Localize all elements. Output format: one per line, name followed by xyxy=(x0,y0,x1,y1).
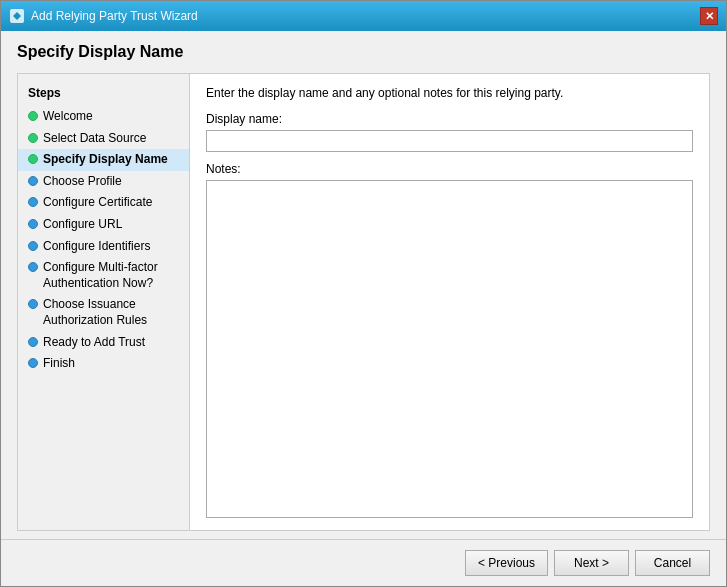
step-dot-choose-profile xyxy=(28,176,38,186)
display-name-group: Display name: xyxy=(206,112,693,152)
sidebar-item-label-configure-certificate: Configure Certificate xyxy=(43,195,152,211)
sidebar-item-label-configure-identifiers: Configure Identifiers xyxy=(43,239,150,255)
sidebar-item-select-data-source[interactable]: Select Data Source xyxy=(18,128,189,150)
footer: < Previous Next > Cancel xyxy=(1,539,726,586)
step-dot-select-data-source xyxy=(28,133,38,143)
sidebar-item-ready-to-add[interactable]: Ready to Add Trust xyxy=(18,332,189,354)
next-button[interactable]: Next > xyxy=(554,550,629,576)
content-area: Specify Display Name Steps WelcomeSelect… xyxy=(1,31,726,539)
sidebar-item-label-choose-profile: Choose Profile xyxy=(43,174,122,190)
sidebar-item-choose-profile[interactable]: Choose Profile xyxy=(18,171,189,193)
sidebar-item-finish[interactable]: Finish xyxy=(18,353,189,375)
step-dot-configure-certificate xyxy=(28,197,38,207)
right-panel: Enter the display name and any optional … xyxy=(189,73,710,531)
display-name-input[interactable] xyxy=(206,130,693,152)
sidebar-item-configure-certificate[interactable]: Configure Certificate xyxy=(18,192,189,214)
step-dot-configure-url xyxy=(28,219,38,229)
wizard-window: Add Relying Party Trust Wizard ✕ Specify… xyxy=(0,0,727,587)
sidebar-item-label-select-data-source: Select Data Source xyxy=(43,131,146,147)
previous-button[interactable]: < Previous xyxy=(465,550,548,576)
step-dot-specify-display-name xyxy=(28,154,38,164)
sidebar-item-welcome[interactable]: Welcome xyxy=(18,106,189,128)
title-bar-left: Add Relying Party Trust Wizard xyxy=(9,8,198,24)
step-dot-welcome xyxy=(28,111,38,121)
step-dot-choose-issuance xyxy=(28,299,38,309)
sidebar-item-configure-url[interactable]: Configure URL xyxy=(18,214,189,236)
sidebar: Steps WelcomeSelect Data SourceSpecify D… xyxy=(17,73,189,531)
sidebar-item-specify-display-name[interactable]: Specify Display Name xyxy=(18,149,189,171)
sidebar-title: Steps xyxy=(18,82,189,106)
window-title: Add Relying Party Trust Wizard xyxy=(31,9,198,23)
sidebar-item-configure-identifiers[interactable]: Configure Identifiers xyxy=(18,236,189,258)
cancel-button[interactable]: Cancel xyxy=(635,550,710,576)
sidebar-item-label-specify-display-name: Specify Display Name xyxy=(43,152,168,168)
notes-group: Notes: xyxy=(206,162,693,518)
step-dot-ready-to-add xyxy=(28,337,38,347)
step-dot-configure-identifiers xyxy=(28,241,38,251)
step-dot-finish xyxy=(28,358,38,368)
sidebar-item-label-finish: Finish xyxy=(43,356,75,372)
instruction-text: Enter the display name and any optional … xyxy=(206,86,693,100)
main-layout: Steps WelcomeSelect Data SourceSpecify D… xyxy=(17,73,710,531)
sidebar-item-configure-multifactor[interactable]: Configure Multi-factor Authentication No… xyxy=(18,257,189,294)
sidebar-item-label-welcome: Welcome xyxy=(43,109,93,125)
step-dot-configure-multifactor xyxy=(28,262,38,272)
sidebar-item-label-ready-to-add: Ready to Add Trust xyxy=(43,335,145,351)
title-bar: Add Relying Party Trust Wizard ✕ xyxy=(1,1,726,31)
notes-textarea[interactable] xyxy=(206,180,693,518)
sidebar-item-label-configure-url: Configure URL xyxy=(43,217,122,233)
sidebar-item-label-choose-issuance: Choose Issuance Authorization Rules xyxy=(43,297,179,328)
page-title: Specify Display Name xyxy=(17,43,710,61)
sidebar-item-label-configure-multifactor: Configure Multi-factor Authentication No… xyxy=(43,260,179,291)
close-button[interactable]: ✕ xyxy=(700,7,718,25)
notes-label: Notes: xyxy=(206,162,693,176)
sidebar-item-choose-issuance[interactable]: Choose Issuance Authorization Rules xyxy=(18,294,189,331)
display-name-label: Display name: xyxy=(206,112,693,126)
app-icon xyxy=(9,8,25,24)
